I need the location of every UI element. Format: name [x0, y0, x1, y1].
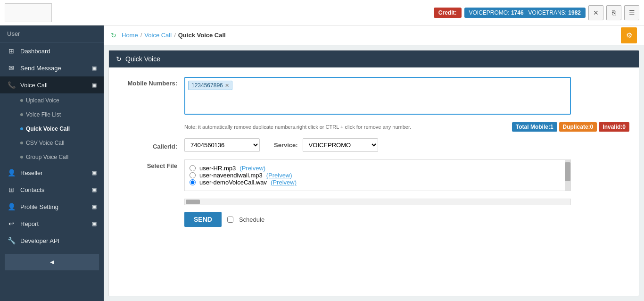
sidebar-item-dashboard[interactable]: ⊞ Dashboard — [0, 42, 104, 59]
top-bar-left — [5, 3, 52, 22]
sidebar-sub-group-voice-call[interactable]: Group Voice Call — [0, 150, 104, 164]
breadcrumb-voice-call[interactable]: Voice Call — [144, 32, 172, 39]
sidebar-item-profile-setting[interactable]: 👤 Profile Setting ▣ — [0, 198, 104, 215]
top-bar: Credit: VOICEPROMO: 1746 VOICETRANS: 198… — [0, 0, 644, 25]
expand-icon-report: ▣ — [92, 221, 97, 227]
file-radio-3[interactable] — [190, 179, 196, 185]
sidebar-label-contacts: Contacts — [20, 186, 44, 193]
sidebar-item-report[interactable]: ↩ Report ▣ — [0, 215, 104, 232]
select-file-row: Select File user-HR.mp3 (Preivew) user-n… — [118, 159, 629, 191]
note-text: Note: it automatically remove duplicate … — [184, 124, 508, 130]
scrollbar-thumb — [565, 162, 570, 181]
invalid-badge: Invalid:0 — [599, 122, 629, 132]
sidebar-label-voice-call: Voice Call — [20, 82, 48, 89]
panel-header: ↻ Quick Voice — [109, 50, 639, 67]
expand-icon-profile: ▣ — [92, 204, 97, 210]
sidebar-item-send-message[interactable]: ✉ Send Message ▣ — [0, 59, 104, 76]
remove-number-btn[interactable]: ✕ — [225, 83, 229, 89]
breadcrumb-bar: ↻ Home / Voice Call / Quick Voice Call ⚙ — [104, 25, 644, 45]
content-area: ↻ Home / Voice Call / Quick Voice Call ⚙… — [104, 25, 644, 301]
file-name-2: user-naveendiwali.mp3 — [199, 172, 263, 179]
phone-icon: 📞 — [7, 81, 16, 89]
sidebar-label-send-message: Send Message — [20, 65, 61, 72]
credit-badge: Credit: — [434, 8, 462, 18]
horizontal-scrollbar — [184, 199, 571, 205]
sidebar-collapse-btn[interactable]: ◄ — [0, 249, 104, 275]
file-preview-link-1[interactable]: (Preivew) — [239, 165, 265, 172]
scrollbar-track — [565, 160, 570, 191]
top-bar-right: Credit: VOICEPROMO: 1746 VOICETRANS: 198… — [434, 5, 639, 20]
sidebar-sub-csv-voice-call[interactable]: CSV Voice Call — [0, 136, 104, 150]
panel-refresh-icon: ↻ — [116, 55, 122, 63]
mobile-numbers-row: Mobile Numbers: 1234567896 ✕ — [118, 77, 629, 115]
service-label: Service: — [274, 142, 298, 149]
expand-icon-voice-call: ▣ — [92, 82, 97, 88]
file-item-3: user-demoVoiceCall.wav (Preivew) — [190, 179, 566, 186]
breadcrumb-current: Quick Voice Call — [178, 32, 226, 39]
file-preview-link-3[interactable]: (Preivew) — [271, 179, 297, 186]
contacts-icon: ⊞ — [7, 186, 16, 193]
sidebar-item-reseller[interactable]: 👤 Reseller ▣ — [0, 164, 104, 181]
sidebar-item-contacts[interactable]: ⊞ Contacts ▣ — [0, 181, 104, 198]
service-group: Service: VOICEPROMO VOICETRANS — [274, 138, 378, 152]
send-schedule-row: SEND Schedule — [184, 212, 629, 227]
select-file-label: Select File — [118, 159, 184, 169]
file-scroll-area: user-HR.mp3 (Preivew) user-naveendiwali.… — [184, 159, 571, 191]
voicepromo-info: VOICEPROMO: 1746 VOICETRANS: 1982 — [464, 8, 586, 18]
mobile-numbers-label: Mobile Numbers: — [118, 77, 184, 87]
file-radio-2[interactable] — [190, 172, 196, 178]
note-row: Note: it automatically remove duplicate … — [184, 122, 629, 132]
schedule-checkbox[interactable] — [227, 217, 233, 223]
number-tag: 1234567896 ✕ — [188, 81, 232, 90]
bullet-group-voice-call — [20, 156, 23, 159]
file-item-2: user-naveendiwali.mp3 (Preivew) — [190, 172, 566, 179]
schedule-label: Schedule — [239, 216, 264, 223]
service-select[interactable]: VOICEPROMO VOICETRANS — [303, 138, 378, 152]
main-panel: ↻ Quick Voice Mobile Numbers: 1234567896… — [108, 50, 639, 296]
collapse-button[interactable]: ◄ — [5, 254, 99, 270]
sidebar-sub-quick-voice-call[interactable]: Quick Voice Call — [0, 122, 104, 136]
sidebar-label-reseller: Reseller — [20, 169, 43, 176]
sidebar-sub-voice-file-list[interactable]: Voice File List — [0, 108, 104, 122]
menu-button[interactable]: ☰ — [624, 5, 639, 20]
settings-button[interactable]: ⚙ — [621, 27, 637, 43]
main-layout: User ⊞ Dashboard ✉ Send Message ▣ 📞 Voic… — [0, 25, 644, 301]
sidebar-label-report: Report — [20, 220, 39, 227]
breadcrumb-sep1: / — [140, 32, 142, 39]
profile-icon: 👤 — [7, 203, 16, 210]
logo — [5, 3, 52, 22]
email-icon: ✉ — [7, 64, 16, 72]
sidebar-item-voice-call[interactable]: 📞 Voice Call ▣ — [0, 76, 104, 93]
sidebar-label-developer-api: Developer API — [20, 237, 59, 244]
bullet-upload-voice — [20, 99, 23, 102]
caller-id-label: CallerId: — [118, 140, 184, 150]
sidebar-label-dashboard: Dashboard — [20, 48, 50, 55]
file-preview-link-2[interactable]: (Preivew) — [266, 172, 292, 179]
refresh-icon: ↻ — [111, 32, 116, 39]
close-button[interactable]: ✕ — [588, 5, 603, 20]
bullet-quick-voice-call — [20, 127, 23, 130]
report-icon: ↩ — [7, 220, 16, 227]
breadcrumb: ↻ Home / Voice Call / Quick Voice Call — [111, 32, 226, 39]
horizontal-scrollbar-thumb — [186, 200, 200, 204]
total-mobile-badge: Total Mobile:1 — [512, 122, 557, 132]
duplicate-badge: Duplicate:0 — [559, 122, 597, 132]
wrench-icon: 🔧 — [7, 237, 16, 244]
mobile-input-container[interactable]: 1234567896 ✕ — [184, 77, 571, 115]
caller-service-row: CallerId: 7404560136 Service: VOICEPROMO… — [118, 138, 629, 152]
number-value: 1234567896 — [191, 82, 223, 89]
file-radio-1[interactable] — [190, 165, 196, 171]
dashboard-icon: ⊞ — [7, 47, 16, 55]
reseller-icon: 👤 — [7, 169, 16, 176]
sidebar-item-developer-api[interactable]: 🔧 Developer API — [0, 232, 104, 249]
send-button[interactable]: SEND — [184, 212, 222, 227]
export-button[interactable]: ⎘ — [606, 5, 621, 20]
expand-icon-contacts: ▣ — [92, 187, 97, 193]
sidebar-sub-upload-voice[interactable]: Upload Voice — [0, 93, 104, 108]
sidebar-user-label: User — [0, 25, 104, 42]
file-name-3: user-demoVoiceCall.wav — [199, 179, 267, 186]
breadcrumb-home[interactable]: Home — [122, 32, 138, 39]
sidebar-label-profile-setting: Profile Setting — [20, 203, 58, 210]
panel-body: Mobile Numbers: 1234567896 ✕ Note: it au… — [109, 67, 639, 296]
caller-id-select[interactable]: 7404560136 — [184, 138, 260, 152]
